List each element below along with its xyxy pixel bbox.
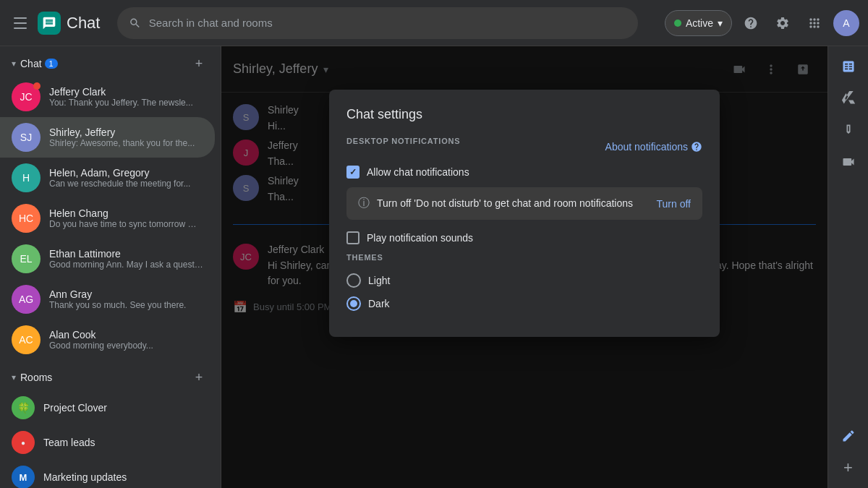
chat-preview: Do you have time to sync tomorrow mori..… [49,219,203,229]
modal-overlay[interactable]: Chat settings DESKTOP NOTIFICATIONS Abou… [221,46,827,488]
theme-dark-option[interactable]: Dark [346,296,702,311]
sheets-icon-btn[interactable] [834,52,863,81]
theme-light-option[interactable]: Light [346,273,702,288]
app-title: Chat [67,14,100,33]
chat-preview: Shirley: Awesome, thank you for the... [49,138,203,148]
notification-dot [33,82,41,90]
search-icon [129,17,141,30]
room-icon: 🍀 [12,396,35,419]
chat-section-title: Chat [20,58,42,69]
play-sounds-label: Play notification sounds [367,232,473,244]
chat-name: Helen Chang [49,207,203,219]
topbar-right: Active ▾ A [665,10,859,36]
chat-item-shirley-jeffery[interactable]: SJ Shirley, Jeffery Shirley: Awesome, th… [0,117,215,158]
room-icon: ● [12,431,35,454]
about-notifications-link[interactable]: About notifications [605,141,702,153]
room-icon: M [12,466,35,488]
status-label: Active [686,17,713,29]
hamburger-menu[interactable] [9,12,32,35]
right-sidebar: + [827,46,868,488]
avatar: SJ [12,123,41,152]
allow-chat-label: Allow chat notifications [367,166,469,178]
room-name: Project Clover [43,402,107,414]
desktop-notifications-label: DESKTOP NOTIFICATIONS [346,137,460,145]
chat-name: Alan Cook [49,329,203,341]
chat-section-header[interactable]: ▾ Chat 1 + [0,46,221,77]
themes-label: THEMES [346,253,702,262]
search-bar[interactable] [117,7,638,39]
chat-item-helen-chang[interactable]: HC Helen Chang Do you have time to sync … [0,198,215,239]
room-project-clover[interactable]: 🍀 Project Clover [0,390,215,425]
main-layout: ▾ Chat 1 + JC Jeffery Clark You: Thank y… [0,46,868,488]
room-name: Team leads [43,437,95,448]
avatar: AC [12,325,41,354]
topbar: Chat Active ▾ A [0,0,868,46]
app-logo [38,12,61,35]
chat-name: Ethan Lattimore [49,248,203,260]
settings-button[interactable] [770,10,796,36]
chat-preview: You: Thank you Jeffery. The newsle... [49,98,203,108]
help-button[interactable] [738,10,764,36]
new-chat-button[interactable]: + [189,53,209,74]
theme-dark-radio[interactable] [346,296,361,311]
search-input[interactable] [149,17,627,29]
chat-preview: Good morning Ann. May I ask a question? [49,260,203,270]
chat-preview: Thank you so much. See you there. [49,300,203,310]
dnd-banner: ⓘ Turn off 'Do not disturb' to get chat … [346,187,702,220]
chat-item-alan-cook[interactable]: AC Alan Cook Good morning everybody... [0,320,215,360]
chevron-down-icon: ▾ [718,17,723,29]
chat-chevron-icon: ▾ [12,59,16,69]
room-marketing-updates[interactable]: M Marketing updates [0,460,215,488]
rooms-section-title: Rooms [20,372,52,383]
chat-preview: Can we reschedule the meeting for... [49,179,203,189]
modal-title: Chat settings [346,107,702,122]
status-button[interactable]: Active ▾ [665,10,732,36]
new-room-button[interactable]: + [189,367,209,388]
theme-dark-label: Dark [368,298,390,309]
rooms-chevron-icon: ▾ [12,372,16,382]
chat-area: Shirley, Jeffery ▾ [221,46,827,488]
drive-icon-btn[interactable] [834,84,863,113]
chat-item-helen-adam-gregory[interactable]: H Helen, Adam, Gregory Can we reschedule… [0,158,215,198]
sidebar: ▾ Chat 1 + JC Jeffery Clark You: Thank y… [0,46,221,488]
play-sounds-row[interactable]: Play notification sounds [346,231,702,244]
chat-badge: 1 [45,59,58,69]
grid-menu-button[interactable] [801,10,827,36]
avatar: H [12,163,41,192]
keep-icon-btn[interactable] [834,116,863,145]
play-sounds-checkbox[interactable] [346,231,359,244]
warning-icon: ⓘ [358,196,370,211]
dnd-text: Turn off 'Do not disturb' to get chat an… [377,197,650,211]
room-team-leads[interactable]: ● Team leads [0,425,215,460]
chat-item-ethan-lattimore[interactable]: EL Ethan Lattimore Good morning Ann. May… [0,239,215,279]
avatar: JC [12,82,41,111]
theme-light-radio[interactable] [346,273,361,288]
chat-name: Helen, Adam, Gregory [49,167,203,179]
room-name: Marketing updates [43,471,127,483]
avatar: HC [12,204,41,233]
avatar: EL [12,244,41,273]
chat-name: Ann Gray [49,288,203,300]
turn-off-button[interactable]: Turn off [657,198,691,210]
chat-name: Jeffery Clark [49,86,203,98]
avatar: AG [12,285,41,314]
chat-preview: Good morning everybody... [49,341,203,351]
theme-light-label: Light [368,275,390,286]
chat-item-ann-gray[interactable]: AG Ann Gray Thank you so much. See you t… [0,279,215,320]
right-add-button[interactable]: + [834,453,863,482]
user-avatar[interactable]: A [833,10,859,36]
chat-item-jeffery-clark[interactable]: JC Jeffery Clark You: Thank you Jeffery.… [0,77,215,117]
rooms-section-header[interactable]: ▾ Rooms + [0,360,221,390]
chat-settings-modal: Chat settings DESKTOP NOTIFICATIONS Abou… [329,90,720,337]
chat-name: Shirley, Jeffery [49,127,203,138]
help-circle-icon [691,141,702,153]
meet-icon-btn[interactable] [834,147,863,176]
allow-chat-notifications-row[interactable]: ✓ Allow chat notifications [346,166,702,179]
edit-icon-btn[interactable] [834,421,863,450]
allow-chat-checkbox[interactable]: ✓ [346,166,359,179]
status-indicator [674,20,681,27]
